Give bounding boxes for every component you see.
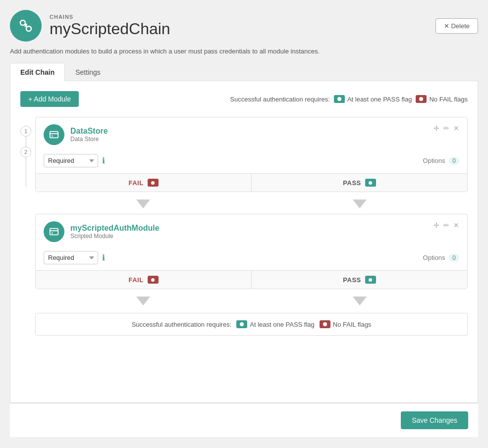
add-module-button[interactable]: + Add Module <box>20 91 79 107</box>
module-card-1: DataStore Data Store ✛ ✏ ✕ <box>35 117 468 192</box>
arrow-down-right-1 <box>353 199 367 208</box>
module-2-fail-cell: FAIL <box>36 271 252 289</box>
bottom-fail-flag-icon <box>320 320 330 328</box>
module-1-actions: ✛ ✏ ✕ <box>434 124 459 132</box>
svg-rect-7 <box>50 229 58 235</box>
modules-wrapper: DataStore Data Store ✛ ✏ ✕ <box>35 117 468 336</box>
chain-area: 1 2 <box>20 117 468 336</box>
header: CHAINS myScriptedChain ✕ Delete <box>10 10 478 42</box>
arrow-right-1 <box>252 194 468 214</box>
edit-icon-2[interactable]: ✏ <box>443 221 449 229</box>
close-icon-1[interactable]: ✕ <box>453 124 459 132</box>
tab-settings[interactable]: Settings <box>65 63 111 81</box>
chains-label: CHAINS <box>50 14 170 20</box>
arrow-down-left-2 <box>136 297 150 305</box>
module-2-actions: ✛ ✏ ✕ <box>434 221 459 229</box>
module-2-select-row: Required Optional Sufficient ℹ <box>44 251 105 264</box>
step-numbers-col: 1 2 <box>20 117 35 336</box>
module-1-header-left: DataStore Data Store <box>44 124 108 145</box>
fail-flag-icon <box>416 95 427 103</box>
module-1-fail-badge <box>148 179 159 187</box>
module-1-title-block: DataStore Data Store <box>70 127 108 143</box>
bottom-pass-flag-icon <box>236 320 247 328</box>
svg-point-6 <box>52 135 53 137</box>
delete-button[interactable]: ✕ Delete <box>435 18 478 34</box>
module-2-options: Options 0 <box>423 253 459 262</box>
step-number-2: 2 <box>20 147 31 157</box>
module-1-fail-cell: FAIL <box>36 174 252 192</box>
chain-title: myScriptedChain <box>50 20 170 38</box>
step-line-2 <box>26 157 26 187</box>
svg-rect-4 <box>50 132 58 138</box>
arrow-row-1 <box>35 194 468 214</box>
move-icon-2[interactable]: ✛ <box>434 221 439 229</box>
bottom-fail-flag-badge: No FAIL flags <box>320 320 372 328</box>
page-footer: Save Changes <box>10 403 478 437</box>
pass-flag-icon <box>334 95 345 103</box>
header-left: CHAINS myScriptedChain <box>10 10 170 42</box>
arrow-down-right-2 <box>353 297 367 305</box>
module-1-pass-text: PASS <box>343 179 361 187</box>
main-content: + Add Module Successful authentication r… <box>10 81 478 403</box>
module-1-requirement-select[interactable]: Required Optional Sufficient <box>44 154 98 167</box>
module-1-fail-text: FAIL <box>128 179 143 187</box>
description: Add authentication modules to build a pr… <box>10 48 478 55</box>
arrow-left-1 <box>35 194 252 214</box>
module-2-controls: Required Optional Sufficient ℹ Options 0 <box>36 247 467 270</box>
svg-point-1 <box>26 26 31 31</box>
fail-flag-badge: No FAIL flags <box>416 95 468 103</box>
toolbar: + Add Module Successful authentication r… <box>20 91 468 107</box>
arrow-left-2 <box>35 291 252 311</box>
module-1-options: Options 0 <box>423 156 459 165</box>
step-line-1 <box>26 137 26 147</box>
logo-circle <box>10 10 42 42</box>
module-1-info-icon[interactable]: ℹ <box>102 156 105 165</box>
module-2-name: myScriptedAuthModule <box>70 224 160 233</box>
bottom-pass-flag-badge: At least one PASS flag <box>236 320 315 328</box>
module-1-header: DataStore Data Store ✛ ✏ ✕ <box>36 117 467 150</box>
module-2-type: Scripted Module <box>70 233 160 240</box>
module-2-header: myScriptedAuthModule Scripted Module ✛ ✏… <box>36 214 467 247</box>
tabs-bar: Edit Chain Settings <box>10 63 478 81</box>
module-2-fail-pass-row: FAIL PASS <box>36 270 467 289</box>
arrow-right-2 <box>252 291 468 311</box>
module-1-fail-pass-row: FAIL PASS <box>36 173 467 192</box>
module-1-pass-badge <box>365 179 376 187</box>
pass-flag-badge: At least one PASS flag <box>334 95 412 103</box>
page-container: CHAINS myScriptedChain ✕ Delete Add auth… <box>0 0 488 448</box>
module-2-fail-badge <box>148 276 159 284</box>
module-card-2: myScriptedAuthModule Scripted Module ✛ ✏… <box>35 214 468 289</box>
module-1-name: DataStore <box>70 127 108 136</box>
module-1-icon <box>44 124 64 145</box>
arrow-down-left-1 <box>136 199 150 208</box>
module-1-select-row: Required Optional Sufficient ℹ <box>44 154 105 167</box>
tab-edit-chain[interactable]: Edit Chain <box>10 63 65 81</box>
save-changes-button[interactable]: Save Changes <box>401 411 468 429</box>
module-1-type: Data Store <box>70 136 108 143</box>
module-2-pass-cell: PASS <box>252 271 467 289</box>
module-2-info-icon[interactable]: ℹ <box>102 253 105 262</box>
module-2-pass-text: PASS <box>343 276 361 284</box>
step-number-1: 1 <box>20 126 31 137</box>
module-2-icon <box>44 221 64 242</box>
edit-icon-1[interactable]: ✏ <box>443 124 449 132</box>
header-title-block: CHAINS myScriptedChain <box>50 14 170 38</box>
auth-requires-header: Successful authentication requires: At l… <box>230 95 468 103</box>
arrow-row-2 <box>35 291 468 311</box>
module-2-title-block: myScriptedAuthModule Scripted Module <box>70 224 160 240</box>
module-2-header-left: myScriptedAuthModule Scripted Module <box>44 221 160 242</box>
module-2-fail-text: FAIL <box>128 276 143 284</box>
close-icon-2[interactable]: ✕ <box>453 221 459 229</box>
svg-point-9 <box>52 232 53 234</box>
module-1-controls: Required Optional Sufficient ℹ Options 0 <box>36 150 467 173</box>
bottom-auth-bar: Successful authentication requires: At l… <box>35 313 468 336</box>
module-2-requirement-select[interactable]: Required Optional Sufficient <box>44 251 98 264</box>
move-icon-1[interactable]: ✛ <box>434 124 439 132</box>
module-1-pass-cell: PASS <box>252 174 467 192</box>
module-2-pass-badge <box>365 276 376 284</box>
